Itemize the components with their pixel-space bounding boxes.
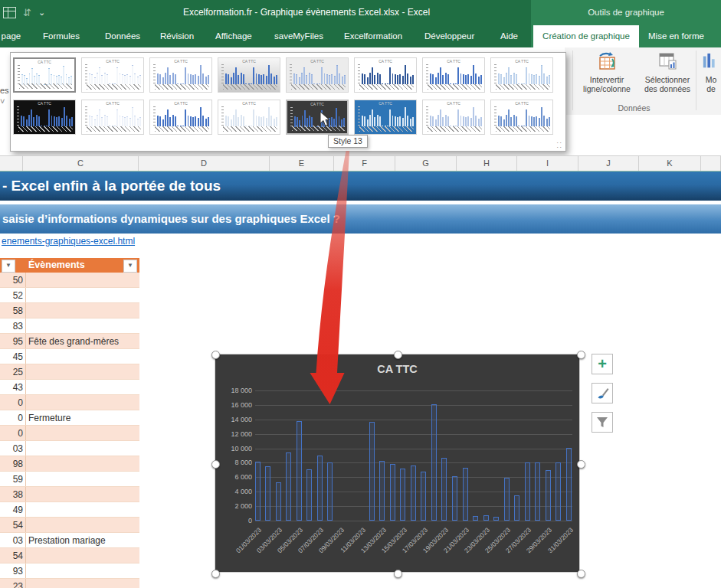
sheet-banner-main: - Excel enfin à la portée de tous [0, 172, 721, 201]
chart-style-thumb-style-14[interactable]: CA TTC [354, 100, 417, 135]
mini-chart-title: CA TTC [82, 101, 143, 106]
tab-d-veloppeur[interactable]: Développeur [420, 25, 479, 47]
chart-resize-handle[interactable] [577, 460, 585, 469]
chart-style-thumb-style-10[interactable]: CA TTC [81, 100, 144, 135]
add-chart-elements-button[interactable]: + [592, 354, 613, 374]
table-row[interactable]: 03Prestation mariage [0, 533, 139, 548]
switch-row-column-button[interactable]: Intervertir ligne/colonne [575, 50, 638, 111]
chart-style-thumb-style-13[interactable]: CA TTC [286, 100, 349, 135]
column-divider [25, 441, 26, 456]
gallery-resize-handle[interactable]: ⁚⁚ [556, 142, 562, 149]
tab-savemyfiles[interactable]: saveMyFiles [270, 25, 328, 47]
tab-affichage[interactable]: Affichage [211, 25, 257, 47]
mini-plot [430, 64, 482, 84]
bar-25/03/2023 [504, 478, 510, 521]
chart-style-thumb-style-5[interactable]: CA TTC [286, 57, 349, 93]
chart-style-thumb-style-8[interactable]: CA TTC [490, 57, 553, 93]
mini-y-axis [290, 64, 292, 84]
tab-aide[interactable]: Aide [496, 25, 523, 47]
chart-frame[interactable]: CA TTC 02 0004 0006 0008 00010 00012 000… [215, 354, 580, 573]
column-header-H[interactable]: H [457, 156, 517, 171]
chart-style-thumb-style-9[interactable]: CA TTC [13, 100, 76, 135]
column-header-J[interactable]: J [578, 156, 639, 171]
column-header-G[interactable]: G [395, 156, 457, 171]
tab-r-vision[interactable]: Révision [156, 25, 198, 47]
mini-chart-title: CA TTC [287, 102, 347, 106]
row-event-label: Prestation mariage [28, 533, 106, 548]
tab-cr-ation-de-graphique[interactable]: Création de graphique [533, 25, 639, 47]
bar-29/03/2023 [546, 470, 551, 521]
table-row[interactable]: 0 [0, 395, 139, 410]
bar-27/03/2023 [525, 462, 530, 521]
tab-formules[interactable]: Formules [38, 25, 84, 47]
chart-style-thumb-style-3[interactable]: CA TTC [149, 57, 212, 93]
tab-mise-en-forme[interactable]: Mise en forme [644, 25, 709, 47]
hyperlink[interactable]: enements-graphiques-excel.html [2, 236, 135, 247]
caret-down-icon[interactable]: ⌄ [38, 8, 45, 18]
table-row[interactable]: 98 [0, 456, 139, 472]
filter-dropdown-icon[interactable]: ▼ [2, 260, 15, 273]
table-row[interactable]: 49 [0, 502, 139, 518]
chart-resize-handle[interactable] [211, 351, 220, 359]
chart-style-thumb-style-1[interactable]: CA TTC [13, 57, 76, 93]
filter-dropdown-icon[interactable]: ▼ [123, 260, 137, 273]
row-value: 54 [0, 548, 23, 564]
tab-n-page[interactable]: n page [0, 25, 25, 47]
mouse-cursor [320, 111, 332, 128]
chart-style-thumb-style-2[interactable]: CA TTC [81, 57, 144, 93]
column-header-partial[interactable] [0, 156, 23, 171]
table-row[interactable]: 43 [0, 380, 139, 395]
column-header-K[interactable]: K [639, 156, 701, 171]
table-row[interactable]: 54 [0, 518, 139, 533]
sort-az-icon[interactable]: ⇵ [23, 7, 31, 18]
chart-style-thumb-style-4[interactable]: CA TTC [218, 57, 280, 93]
table-row[interactable]: 25 [0, 364, 139, 380]
chart-resize-handle[interactable] [211, 570, 220, 578]
chart-styles-button[interactable] [592, 383, 613, 403]
chart-style-thumb-style-15[interactable]: CA TTC [422, 100, 485, 135]
select-data-button[interactable]: Sélectionner des données [638, 50, 696, 111]
table-row[interactable]: 83 [0, 318, 139, 334]
column-divider [25, 364, 26, 379]
chart-resize-handle[interactable] [394, 351, 402, 359]
chart-style-thumb-style-12[interactable]: CA TTC [218, 100, 280, 135]
table-row[interactable]: 38 [0, 487, 139, 502]
chart-style-thumb-style-7[interactable]: CA TTC [422, 57, 485, 93]
table-row[interactable]: 0Fermeture [0, 410, 139, 426]
chevron-down-icon[interactable]: ˅ [0, 96, 5, 106]
chart-style-thumb-style-6[interactable]: CA TTC [354, 57, 417, 93]
chart-style-thumb-style-16[interactable]: CA TTC [490, 100, 553, 135]
chart-resize-handle[interactable] [577, 351, 585, 359]
tab-excelformation[interactable]: Excelformation [339, 25, 407, 47]
column-divider [25, 579, 26, 588]
column-header-E[interactable]: E [270, 156, 334, 171]
change-chart-type-button[interactable]: Mo de [701, 50, 721, 111]
chart-resize-handle[interactable] [577, 570, 585, 578]
column-header-I[interactable]: I [517, 156, 578, 171]
y-axis-tick-label: 10 000 [218, 445, 252, 452]
chart-filters-button[interactable] [592, 412, 613, 433]
table-row[interactable]: 95Fête des grand-mères [0, 334, 139, 349]
chart-style-thumb-style-11[interactable]: CA TTC [149, 100, 212, 135]
table-row[interactable]: 0 [0, 426, 139, 441]
table-row[interactable]: 45 [0, 349, 139, 364]
table-row[interactable]: 54 [0, 548, 139, 564]
bar-06/03/2023 [306, 469, 312, 521]
column-header-F[interactable]: F [334, 156, 395, 171]
column-header-C[interactable]: C [23, 156, 139, 171]
table-row[interactable]: 50 [0, 273, 139, 288]
table-row[interactable]: 52 [0, 288, 139, 303]
column-header-D[interactable]: D [139, 156, 270, 171]
table-row[interactable]: 23 [0, 579, 139, 588]
column-header-partial[interactable] [701, 156, 721, 171]
chart-resize-handle[interactable] [394, 570, 402, 578]
bar-03/03/2023 [276, 482, 281, 521]
table-row[interactable]: 03 [0, 441, 139, 456]
bar-01/03/2023 [255, 462, 261, 521]
table-icon[interactable] [3, 7, 16, 18]
table-row[interactable]: 59 [0, 472, 139, 487]
chart-resize-handle[interactable] [211, 460, 220, 469]
table-row[interactable]: 58 [0, 303, 139, 318]
table-row[interactable]: 93 [0, 564, 139, 579]
tab-donn-es[interactable]: Données [100, 25, 145, 47]
